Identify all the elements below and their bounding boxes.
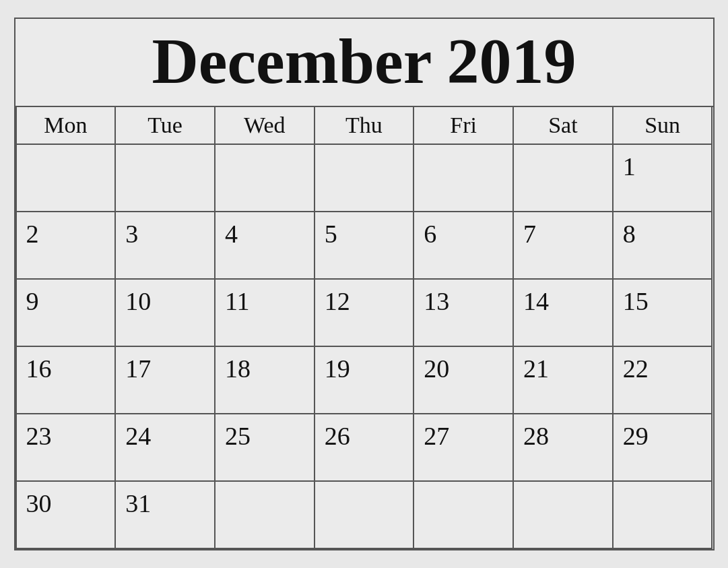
day-header: Sat bbox=[514, 107, 614, 145]
day-cell: 20 bbox=[414, 347, 514, 414]
day-cell: 19 bbox=[315, 347, 415, 414]
day-cell: 31 bbox=[116, 482, 216, 549]
day-header: Thu bbox=[315, 107, 415, 145]
day-cell: 29 bbox=[614, 414, 713, 482]
day-cell bbox=[614, 482, 713, 549]
day-cell: 11 bbox=[216, 280, 315, 347]
day-cell: 15 bbox=[614, 280, 713, 347]
day-header: Mon bbox=[17, 107, 117, 145]
day-cell bbox=[315, 482, 415, 549]
day-cell: 10 bbox=[116, 280, 216, 347]
calendar-title: December 2019 bbox=[15, 19, 713, 108]
day-cell: 28 bbox=[514, 414, 614, 482]
day-cell: 21 bbox=[514, 347, 614, 414]
day-cell: 6 bbox=[414, 212, 514, 280]
calendar-grid: MonTueWedThuFriSatSun1234567891011121314… bbox=[15, 107, 713, 549]
day-cell bbox=[17, 145, 117, 212]
day-cell bbox=[414, 482, 514, 549]
day-cell bbox=[414, 145, 514, 212]
day-cell: 7 bbox=[514, 212, 614, 280]
day-cell: 3 bbox=[116, 212, 216, 280]
day-cell: 5 bbox=[315, 212, 415, 280]
day-cell: 25 bbox=[216, 414, 315, 482]
day-cell: 14 bbox=[514, 280, 614, 347]
day-cell: 9 bbox=[17, 280, 117, 347]
day-cell: 2 bbox=[17, 212, 117, 280]
day-cell: 18 bbox=[216, 347, 315, 414]
day-cell bbox=[216, 482, 315, 549]
day-header: Wed bbox=[216, 107, 315, 145]
day-cell bbox=[514, 482, 614, 549]
day-cell bbox=[216, 145, 315, 212]
day-cell bbox=[514, 145, 614, 212]
day-cell bbox=[315, 145, 415, 212]
day-cell: 16 bbox=[17, 347, 117, 414]
day-cell: 8 bbox=[614, 212, 713, 280]
day-cell: 13 bbox=[414, 280, 514, 347]
day-cell: 22 bbox=[614, 347, 713, 414]
calendar: December 2019 MonTueWedThuFriSatSun12345… bbox=[14, 18, 715, 551]
day-cell: 24 bbox=[116, 414, 216, 482]
day-header: Fri bbox=[414, 107, 514, 145]
day-cell: 4 bbox=[216, 212, 315, 280]
day-cell bbox=[116, 145, 216, 212]
day-cell: 30 bbox=[17, 482, 117, 549]
day-cell: 27 bbox=[414, 414, 514, 482]
day-cell: 26 bbox=[315, 414, 415, 482]
day-cell: 1 bbox=[614, 145, 713, 212]
day-cell: 12 bbox=[315, 280, 415, 347]
day-header: Tue bbox=[116, 107, 216, 145]
day-cell: 17 bbox=[116, 347, 216, 414]
day-cell: 23 bbox=[17, 414, 117, 482]
day-header: Sun bbox=[614, 107, 713, 145]
